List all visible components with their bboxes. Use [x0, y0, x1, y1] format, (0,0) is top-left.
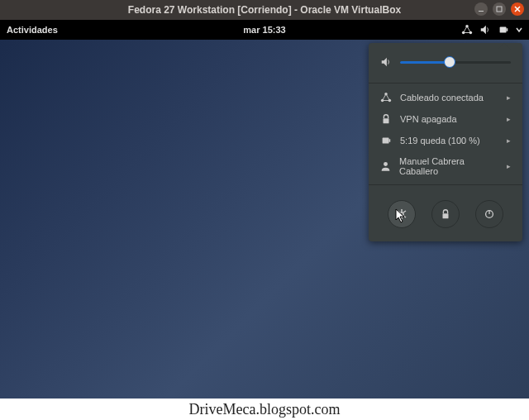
svg-point-13 [384, 162, 388, 166]
activities-button[interactable]: Actividades [7, 25, 58, 35]
network-menu-item[interactable]: Cableado conectada ▸ [369, 87, 522, 108]
svg-rect-12 [389, 139, 391, 142]
vpn-label: VPN apagada [400, 114, 457, 124]
svg-point-14 [400, 212, 403, 216]
vm-maximize-button[interactable] [493, 2, 506, 16]
user-icon [380, 160, 391, 172]
battery-icon [498, 24, 509, 36]
chevron-right-icon: ▸ [507, 136, 511, 145]
system-tray[interactable] [461, 24, 522, 36]
volume-icon [479, 24, 491, 36]
volume-slider-fill [400, 61, 450, 64]
wired-network-icon [380, 92, 392, 103]
menu-separator [369, 83, 522, 84]
user-label: Manuel Cabrera Caballero [399, 156, 498, 176]
svg-rect-1 [497, 7, 502, 12]
gnome-desktop: Actividades mar 15:33 Cableado conectada… [0, 20, 529, 399]
chevron-down-icon [516, 26, 522, 33]
chevron-right-icon: ▸ [507, 162, 511, 170]
power-button[interactable] [475, 200, 503, 228]
lock-screen-button[interactable] [431, 200, 460, 228]
chevron-right-icon: ▸ [507, 115, 511, 123]
battery-menu-item[interactable]: 5:19 queda (100 %) ▸ [369, 130, 522, 151]
gnome-topbar: Actividades mar 15:33 [0, 20, 529, 40]
clock[interactable]: mar 15:33 [243, 25, 285, 35]
vm-window-controls [474, 2, 524, 16]
vm-titlebar: Fedora 27 Workstation [Corriendo] - Orac… [0, 0, 529, 20]
vm-title: Fedora 27 Workstation [Corriendo] - Orac… [128, 4, 401, 16]
action-row [369, 189, 522, 231]
chevron-right-icon: ▸ [507, 93, 511, 102]
network-icon [461, 24, 473, 36]
system-menu: Cableado conectada ▸ VPN apagada ▸ 5:19 … [369, 43, 522, 241]
volume-slider-thumb[interactable] [444, 56, 455, 68]
battery-status-icon [380, 135, 392, 146]
svg-rect-11 [383, 138, 389, 144]
network-label: Cableado conectada [400, 93, 484, 103]
volume-row [369, 53, 522, 79]
caption: DriveMeca.blogspot.com [0, 399, 529, 420]
vm-close-button[interactable] [511, 2, 524, 16]
vm-minimize-button[interactable] [474, 2, 488, 16]
svg-rect-10 [384, 118, 389, 123]
svg-rect-5 [500, 27, 507, 33]
volume-slider-icon [380, 56, 392, 68]
volume-slider[interactable] [400, 61, 511, 64]
svg-rect-6 [507, 28, 508, 31]
user-menu-item[interactable]: Manuel Cabrera Caballero ▸ [369, 151, 522, 181]
lock-icon [380, 113, 392, 125]
settings-button[interactable] [388, 200, 416, 228]
battery-label: 5:19 queda (100 %) [400, 136, 480, 146]
menu-separator [369, 184, 522, 185]
svg-rect-15 [442, 213, 448, 218]
svg-rect-0 [479, 11, 484, 12]
vpn-menu-item[interactable]: VPN apagada ▸ [369, 108, 522, 130]
